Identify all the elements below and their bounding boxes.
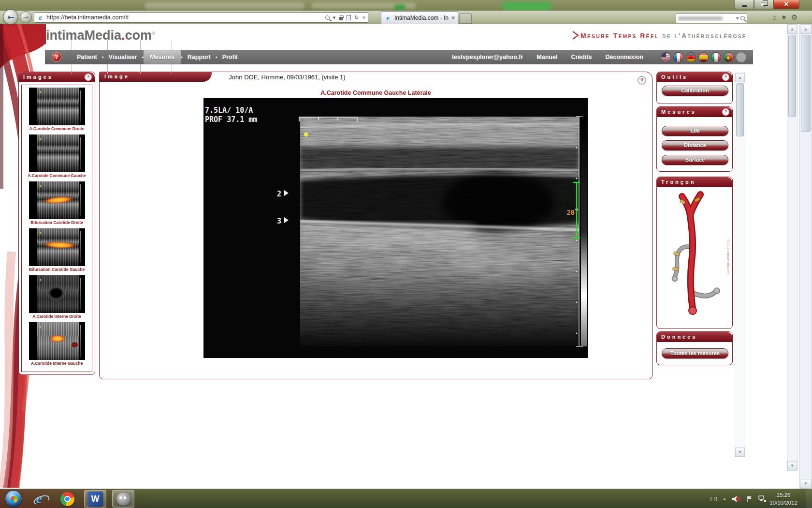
start-button[interactable] — [5, 490, 22, 508]
forward-button[interactable]: → — [20, 11, 32, 23]
nav-help-button[interactable]: ? — [52, 52, 61, 62]
nav-link-credits[interactable]: Crédits — [571, 54, 592, 60]
surface-button[interactable]: Surface — [662, 155, 728, 165]
tab-title: IntimaMedia.com - Intellig... — [394, 15, 449, 21]
help-icon[interactable]: ? — [722, 74, 729, 81]
sidebar-scrollbar[interactable]: ▲ ▼ — [735, 73, 745, 457]
compatibility-view-icon[interactable] — [347, 15, 351, 20]
scrollbar-thumb[interactable] — [736, 83, 744, 136]
grayscale-bar — [581, 117, 587, 346]
back-button[interactable]: ← — [3, 9, 18, 25]
close-button[interactable]: ✕ — [773, 0, 799, 9]
taskbar-item-image-editor[interactable] — [112, 490, 134, 508]
ultrasound-image[interactable]: 7.5LA/ 10/A PROF 37.1 mm 2 3 20 — [203, 98, 588, 358]
browser-toolbar: ← → e https://beta.intimamedia.com/# ▾ ↻… — [0, 11, 812, 24]
list-item: Bifurcation Carotide Gauche — [22, 228, 92, 272]
taskbar-item-browser[interactable] — [56, 490, 78, 508]
all-measures-button[interactable]: Toutes les mesures — [662, 348, 728, 359]
thumbnail-carotide-interne-gauche[interactable] — [29, 322, 85, 360]
site-logo[interactable]: intimaMedia.com® — [46, 28, 155, 43]
action-center-flag-icon[interactable] — [746, 495, 753, 503]
help-icon[interactable]: ? — [85, 74, 92, 81]
language-flag-de[interactable] — [686, 52, 696, 62]
troncon-panel: Tronçon © 2011 IntimaMedia.com — [656, 177, 733, 329]
measures-panel-header: Mesures? — [657, 107, 732, 117]
page-content: intimaMedia.com® Mesure Temps Réel de l'… — [0, 24, 812, 489]
desktop-background-strip — [0, 0, 812, 11]
home-icon[interactable]: ⌂ — [772, 13, 777, 22]
image-title: A.Carotide Commune Gauche Latérale — [100, 90, 652, 96]
nav-link-deconnexion[interactable]: Déconnexion — [606, 54, 644, 60]
scroll-up-icon[interactable]: ▲ — [787, 25, 797, 34]
show-desktop-button[interactable] — [806, 489, 812, 508]
thumbnail-carotide-commune-droite[interactable] — [29, 88, 85, 125]
scale-value: 20 — [566, 209, 575, 216]
nav-item-patient[interactable]: Patient — [72, 54, 102, 60]
taskbar-item-word[interactable]: W — [84, 490, 106, 508]
search-caret-icon[interactable]: ▾ — [333, 15, 336, 21]
window-scrollbar[interactable]: ▲ ▼ — [799, 24, 812, 489]
language-flag-us[interactable] — [661, 52, 671, 62]
nav-link-manuel[interactable]: Manuel — [536, 54, 557, 60]
browser-tab[interactable]: e IntimaMedia.com - Intellig... × — [381, 11, 458, 24]
scroll-down-icon[interactable]: ▼ — [735, 448, 745, 457]
measures-panel: Mesures? EIM Distance Surface — [656, 106, 733, 172]
internet-explorer-icon: e — [36, 492, 42, 506]
show-hidden-icons-icon[interactable]: ▲ — [723, 497, 726, 501]
restore-button[interactable] — [754, 0, 773, 9]
volume-muted-icon[interactable] — [732, 495, 740, 503]
window-controls: ✕ — [735, 0, 799, 10]
url-text[interactable]: https://beta.intimamedia.com/# — [46, 14, 129, 21]
language-flag-it[interactable] — [711, 52, 721, 62]
scroll-down-icon[interactable]: ▼ — [800, 479, 812, 488]
list-item: A.Carotide Commune Droite — [22, 88, 92, 131]
scroll-up-icon[interactable]: ▲ — [735, 73, 745, 82]
lock-icon — [339, 17, 343, 20]
favorites-star-icon[interactable]: ★ — [781, 13, 787, 22]
scrollbar-thumb[interactable] — [788, 35, 796, 117]
content-scrollbar[interactable]: ▲ ▼ — [787, 24, 798, 471]
refresh-icon[interactable]: ↻ — [354, 15, 359, 21]
language-indicator[interactable]: FR — [710, 496, 717, 502]
language-flag-pt[interactable] — [724, 52, 734, 62]
stop-icon[interactable]: × — [362, 15, 365, 20]
probe-label: 7.5LA/ 10/A — [205, 106, 253, 115]
language-flag-inactive — [736, 52, 746, 62]
nav-item-visualiser[interactable]: Visualiser — [104, 54, 142, 60]
nav-item-mesures[interactable]: Mesures — [144, 50, 181, 64]
list-item: A.Carotide Interne Droite — [22, 275, 92, 319]
taskbar-clock[interactable]: 15:26 10/10/2012 — [766, 491, 801, 507]
blurred-accent — [394, 5, 405, 11]
search-box-magnifier-icon[interactable] — [740, 16, 745, 20]
search-box-caret-icon[interactable]: ▾ — [736, 15, 739, 21]
thumbnail-bifurcation-droite[interactable] — [29, 181, 85, 219]
nav-item-profil[interactable]: Profil — [218, 54, 243, 60]
search-icon[interactable] — [325, 15, 330, 20]
thumbnail-carotide-commune-gauche[interactable] — [29, 134, 85, 172]
browser-search-box[interactable]: ▾ — [676, 13, 747, 23]
language-flag-fr[interactable] — [673, 52, 683, 62]
distance-button[interactable]: Distance — [662, 140, 728, 150]
depth-label: PROF 37.1 mm — [205, 115, 257, 124]
new-tab-button[interactable] — [459, 13, 472, 24]
scroll-up-icon[interactable]: ▲ — [800, 25, 812, 34]
forward-icon: → — [23, 14, 29, 21]
help-icon[interactable]: ? — [722, 108, 729, 116]
language-flag-es[interactable] — [698, 52, 709, 62]
gear-icon[interactable]: ⚙ — [791, 13, 798, 22]
eim-button[interactable]: EIM — [662, 126, 728, 136]
minimize-button[interactable] — [735, 0, 754, 9]
thumbnail-bifurcation-gauche[interactable] — [29, 228, 85, 266]
tab-close-icon[interactable]: × — [451, 15, 455, 21]
nav-bullet: • — [216, 54, 218, 60]
thumbnail-carotide-interne-droite[interactable] — [29, 275, 85, 313]
help-icon[interactable]: ? — [638, 76, 646, 85]
address-bar[interactable]: e https://beta.intimamedia.com/# ▾ ↻ × — [34, 12, 368, 23]
nav-bullet: • — [142, 54, 144, 60]
taskbar-item-ie[interactable]: e — [28, 490, 50, 508]
scrollbar-thumb[interactable] — [801, 35, 811, 132]
calibration-button[interactable]: Calibration — [662, 86, 728, 96]
artery-diagram[interactable]: © 2011 IntimaMedia.com — [659, 189, 731, 328]
nav-item-rapport[interactable]: Rapport — [183, 54, 216, 60]
scroll-down-icon[interactable]: ▼ — [787, 461, 797, 470]
